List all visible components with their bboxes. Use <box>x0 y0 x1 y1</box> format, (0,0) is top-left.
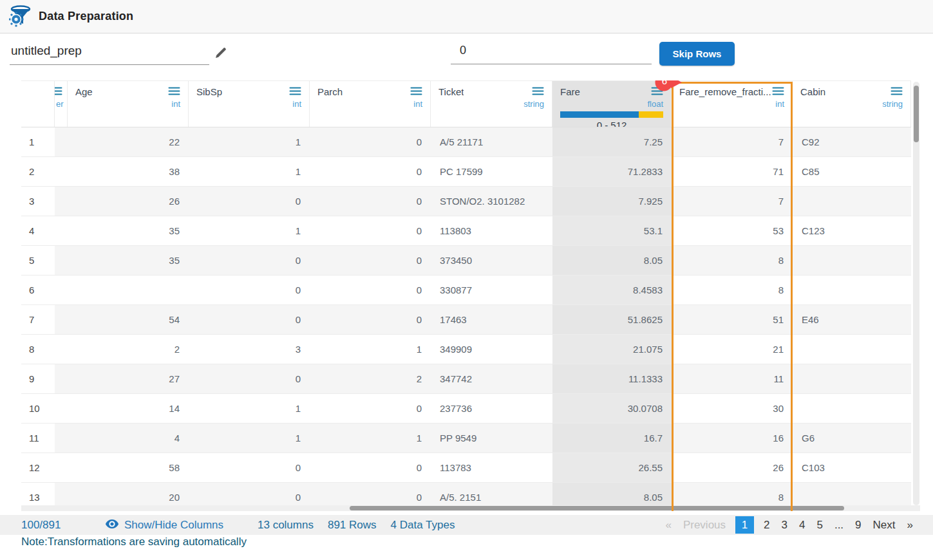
cell-cabin: C123 <box>793 216 911 246</box>
table-row: 6003308778.45838 <box>21 275 911 305</box>
cell-ticket: STON/O2. 3101282 <box>431 187 552 216</box>
pager-last[interactable]: » <box>905 519 915 532</box>
row-number-cell: 12 <box>21 453 55 483</box>
cell-partial <box>55 127 68 157</box>
cell-partial <box>55 246 68 275</box>
cell-age <box>68 275 189 305</box>
cell-cabin <box>793 246 911 275</box>
cell-fare_remove: 51 <box>672 305 793 335</box>
cell-partial <box>55 364 68 394</box>
cell-fare: 26.55 <box>552 453 672 483</box>
stat-data-types[interactable]: 4 Data Types <box>391 519 455 532</box>
column-menu-icon[interactable] <box>772 86 784 98</box>
cell-fare_remove: 26 <box>672 453 793 483</box>
cell-ticket: PP 9549 <box>431 424 552 453</box>
cell-cabin: C103 <box>793 453 911 483</box>
column-header-ticket[interactable]: Ticket string <box>431 81 552 127</box>
cell-cabin <box>793 275 911 305</box>
vertical-scrollbar[interactable] <box>913 82 919 505</box>
table-row: 23810PC 1759971.283371C85 <box>21 157 911 187</box>
column-menu-icon[interactable] <box>55 86 62 98</box>
cell-sibsp: 0 <box>189 187 310 216</box>
cell-fare_remove: 11 <box>672 364 793 394</box>
column-label: Ticket <box>438 86 464 97</box>
column-type-label: string <box>438 99 544 109</box>
table-row: 4351011380353.153C123 <box>21 216 911 246</box>
column-type-label: er <box>56 99 66 109</box>
cell-sibsp: 0 <box>189 305 310 335</box>
pager-page-5[interactable]: 5 <box>815 519 824 532</box>
cell-parch: 0 <box>310 187 431 216</box>
cell-sibsp: 1 <box>189 157 310 187</box>
column-header-sibsp[interactable]: SibSp int <box>189 81 310 127</box>
horizontal-scrollbar-thumb[interactable] <box>350 506 844 510</box>
column-type-label: int <box>317 99 422 109</box>
cell-cabin <box>793 187 911 216</box>
row-number-cell: 2 <box>21 157 55 187</box>
stat-columns[interactable]: 13 columns <box>258 519 314 532</box>
vertical-scrollbar-thumb[interactable] <box>914 86 919 142</box>
autosave-note: Note:Transformations are saving automati… <box>21 536 247 548</box>
skip-rows-button[interactable]: Skip Rows <box>659 42 735 66</box>
pager-page-3[interactable]: 3 <box>780 519 789 532</box>
pager-next[interactable]: Next <box>871 519 898 532</box>
cell-ticket: A/5 21171 <box>431 127 552 157</box>
cell-ticket: 237736 <box>431 394 552 424</box>
cell-ticket: 113803 <box>431 216 552 246</box>
pager-first: « <box>663 519 673 532</box>
horizontal-scrollbar[interactable] <box>21 505 920 511</box>
pager-ellipsis[interactable]: ... <box>833 519 845 532</box>
cell-age: 2 <box>68 335 189 364</box>
cell-parch: 0 <box>310 157 431 187</box>
cell-age: 35 <box>68 216 189 246</box>
stat-rows[interactable]: 891 Rows <box>328 519 377 532</box>
column-header-age[interactable]: Age int <box>68 81 189 127</box>
cell-partial <box>55 424 68 453</box>
column-menu-icon[interactable] <box>410 86 422 98</box>
table-row: 823134990921.07521 <box>21 335 911 364</box>
row-number-cell: 6 <box>21 275 55 305</box>
skip-rows-input[interactable] <box>451 40 652 64</box>
cell-parch: 0 <box>310 394 431 424</box>
column-type-label: float <box>560 99 663 109</box>
column-range-bar <box>560 111 663 118</box>
pager-page-4[interactable]: 4 <box>797 519 807 532</box>
pager-page-2[interactable]: 2 <box>762 519 771 532</box>
cell-parch: 0 <box>310 216 431 246</box>
column-header-fare_remove[interactable]: Fare_remove_fracti... int <box>672 81 793 127</box>
edit-pencil-icon[interactable] <box>212 45 229 62</box>
column-header-cabin[interactable]: Cabin string <box>793 81 911 127</box>
column-menu-icon[interactable] <box>651 86 663 98</box>
cell-fare_remove: 7 <box>672 187 793 216</box>
column-range-label: 0 - 512 <box>560 120 663 127</box>
cell-fare_remove: 8 <box>672 275 793 305</box>
cell-fare: 30.0708 <box>552 394 672 424</box>
cell-parch: 2 <box>310 364 431 394</box>
pager-previous: Previous <box>681 519 728 532</box>
column-header-rownum <box>21 81 55 127</box>
column-menu-icon[interactable] <box>289 86 301 98</box>
show-hide-columns-button[interactable]: Show/Hide Columns <box>105 519 223 532</box>
column-menu-icon[interactable] <box>891 86 903 98</box>
cell-age: 35 <box>68 246 189 275</box>
column-menu-icon[interactable] <box>532 86 544 98</box>
column-header-partial[interactable]: er <box>55 81 68 127</box>
table-stats: 13 columns 891 Rows 4 Data Types <box>258 519 455 532</box>
column-header-parch[interactable]: Parch int <box>310 81 431 127</box>
pager-page-9[interactable]: 9 <box>853 519 863 532</box>
column-header-fare[interactable]: Fare float 0 - 512 <box>552 81 672 127</box>
cell-sibsp: 1 <box>189 216 310 246</box>
cell-parch: 0 <box>310 275 431 305</box>
table-row: 11411PP 954916.716G6 <box>21 424 911 453</box>
row-number-cell: 8 <box>21 335 55 364</box>
column-type-label: int <box>75 99 180 109</box>
column-menu-icon[interactable] <box>168 86 180 98</box>
cell-partial <box>55 216 68 246</box>
cell-fare: 8.05 <box>552 246 672 275</box>
column-type-label: string <box>800 99 903 109</box>
table-row: 10141023773630.070830 <box>21 394 911 424</box>
pager-page-1[interactable]: 1 <box>735 516 754 534</box>
cell-parch: 1 <box>310 424 431 453</box>
cell-cabin <box>793 335 911 364</box>
prep-name-input[interactable] <box>10 40 209 65</box>
